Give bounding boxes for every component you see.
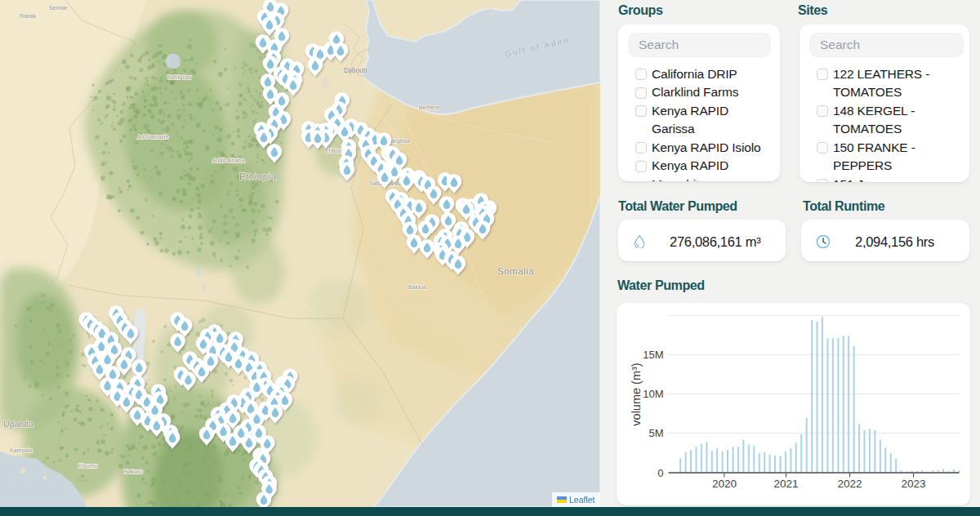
svg-text:Berbera: Berbera — [419, 105, 439, 110]
svg-text:Ad-Damazin: Ad-Damazin — [137, 134, 169, 140]
svg-text:Addis Ababa: Addis Ababa — [212, 158, 244, 163]
svg-text:Kampala: Kampala — [10, 447, 33, 454]
svg-text:Nakuru: Nakuru — [124, 469, 143, 474]
svg-text:10M: 10M — [643, 388, 663, 400]
svg-text:2022: 2022 — [837, 478, 862, 490]
svg-text:volume (m³): volume (m³) — [630, 363, 643, 425]
svg-text:Rabak: Rabak — [20, 13, 37, 19]
svg-text:15M: 15M — [643, 349, 663, 361]
svg-text:0: 0 — [657, 467, 663, 479]
svg-text:Bahir Dar: Bahir Dar — [167, 74, 192, 80]
svg-text:Baidoa: Baidoa — [408, 284, 426, 290]
svg-text:5M: 5M — [648, 427, 663, 439]
svg-text:Kisumu: Kisumu — [78, 463, 97, 469]
svg-text:Leaflet: Leaflet — [569, 495, 595, 505]
svg-text:Uganda: Uganda — [3, 419, 33, 429]
svg-text:2020: 2020 — [711, 478, 736, 490]
svg-text:2021: 2021 — [773, 478, 798, 490]
svg-text:Djibouti: Djibouti — [344, 66, 367, 74]
svg-text:Somalia: Somalia — [497, 266, 534, 276]
svg-text:2023: 2023 — [901, 478, 925, 490]
svg-text:Ethiopia: Ethiopia — [239, 171, 277, 181]
svg-text:Sennar: Sennar — [49, 5, 68, 11]
